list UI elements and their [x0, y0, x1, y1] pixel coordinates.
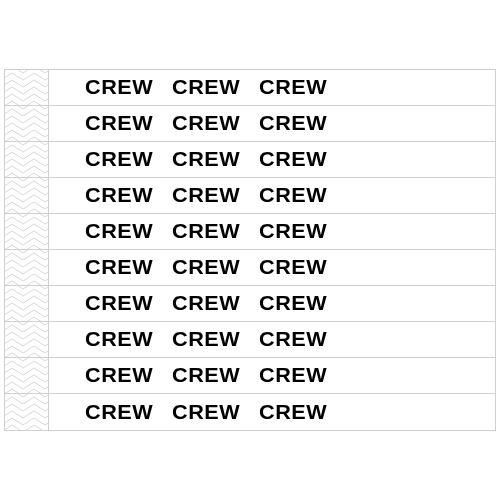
- band-label-area: CREWCREWCREW: [49, 142, 495, 177]
- adhesive-tab: [5, 250, 49, 285]
- wristband-row: CREWCREWCREW: [5, 250, 495, 286]
- crew-label: CREW: [172, 148, 240, 171]
- adhesive-tab: [5, 142, 49, 177]
- wristband-row: CREWCREWCREW: [5, 286, 495, 322]
- adhesive-tab: [5, 106, 49, 141]
- crew-label: CREW: [85, 184, 153, 207]
- crew-label: CREW: [172, 364, 240, 387]
- crew-label: CREW: [259, 364, 327, 387]
- crew-label: CREW: [85, 292, 153, 315]
- crew-label: CREW: [172, 401, 240, 424]
- crew-label: CREW: [85, 256, 153, 279]
- crew-label: CREW: [85, 220, 153, 243]
- adhesive-tab: [5, 214, 49, 249]
- adhesive-tab: [5, 358, 49, 393]
- adhesive-tab: [5, 70, 49, 105]
- band-label-area: CREWCREWCREW: [49, 250, 495, 285]
- crew-label: CREW: [85, 76, 153, 99]
- crew-label: CREW: [259, 184, 327, 207]
- wristband-row: CREWCREWCREW: [5, 106, 495, 142]
- crew-label: CREW: [85, 112, 153, 135]
- crew-label: CREW: [85, 328, 153, 351]
- adhesive-tab: [5, 394, 49, 430]
- wristband-row: CREWCREWCREW: [5, 322, 495, 358]
- crew-label: CREW: [172, 112, 240, 135]
- band-label-area: CREWCREWCREW: [49, 322, 495, 357]
- wristband-row: CREWCREWCREW: [5, 178, 495, 214]
- crew-label: CREW: [259, 76, 327, 99]
- crew-label: CREW: [172, 292, 240, 315]
- wristband-row: CREWCREWCREW: [5, 214, 495, 250]
- crew-label: CREW: [172, 76, 240, 99]
- band-label-area: CREWCREWCREW: [49, 70, 495, 105]
- crew-label: CREW: [85, 148, 153, 171]
- adhesive-tab: [5, 322, 49, 357]
- adhesive-tab: [5, 178, 49, 213]
- wristband-row: CREWCREWCREW: [5, 142, 495, 178]
- band-label-area: CREWCREWCREW: [49, 178, 495, 213]
- crew-label: CREW: [259, 112, 327, 135]
- crew-label: CREW: [259, 220, 327, 243]
- band-label-area: CREWCREWCREW: [49, 394, 495, 430]
- band-label-area: CREWCREWCREW: [49, 214, 495, 249]
- crew-label: CREW: [259, 256, 327, 279]
- band-label-area: CREWCREWCREW: [49, 106, 495, 141]
- crew-label: CREW: [172, 256, 240, 279]
- crew-label: CREW: [172, 184, 240, 207]
- wristband-row: CREWCREWCREW: [5, 394, 495, 430]
- crew-label: CREW: [259, 148, 327, 171]
- wristband-row: CREWCREWCREW: [5, 358, 495, 394]
- wristband-sheet: CREWCREWCREWCREWCREWCREWCREWCREWCREWCREW…: [4, 69, 496, 431]
- crew-label: CREW: [172, 220, 240, 243]
- crew-label: CREW: [172, 328, 240, 351]
- band-label-area: CREWCREWCREW: [49, 286, 495, 321]
- crew-label: CREW: [259, 292, 327, 315]
- crew-label: CREW: [85, 401, 153, 424]
- band-label-area: CREWCREWCREW: [49, 358, 495, 393]
- adhesive-tab: [5, 286, 49, 321]
- crew-label: CREW: [259, 401, 327, 424]
- crew-label: CREW: [259, 328, 327, 351]
- crew-label: CREW: [85, 364, 153, 387]
- wristband-row: CREWCREWCREW: [5, 70, 495, 106]
